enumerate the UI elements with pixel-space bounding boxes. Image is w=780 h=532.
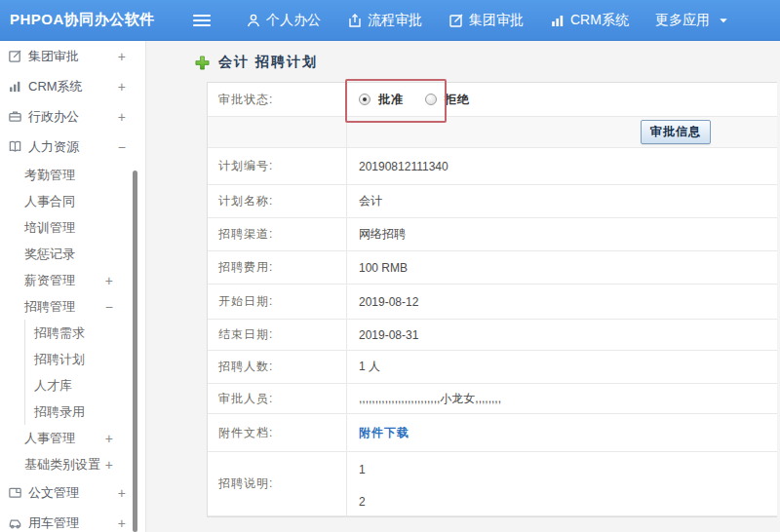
sidebar-item-recruitment-management[interactable]: 招聘管理− (0, 293, 145, 320)
sidebar-item-recruitment-plan[interactable]: 招聘计划 (0, 346, 145, 372)
sidebar-item-label: 奖惩记录 (24, 246, 75, 263)
approval-button-row: 审批信息 (208, 117, 777, 148)
field-row-end-date: 结束日期:2019-08-31 (208, 320, 777, 351)
expand-plus-icon[interactable]: + (105, 274, 113, 287)
sidebar-item-admin-office[interactable]: 行政办公+ (0, 101, 145, 132)
field-row-recruitment-description: 招聘说明:12 (208, 452, 777, 516)
sidebar-item-personnel-contract[interactable]: 人事合同 (0, 188, 145, 214)
approval-status-label: 审批状态: (208, 83, 347, 116)
plan-title: 会计 招聘计划 (218, 54, 318, 71)
recruitment-cost-label: 招聘费用: (208, 251, 347, 284)
approval-info-button[interactable]: 审批信息 (641, 120, 711, 144)
approval-personnel-value: ,,,,,,,,,,,,,,,,,,,,,,,,,小龙女,,,,,,,, (347, 384, 777, 413)
sidebar-item-label: 培训管理 (24, 219, 75, 237)
expand-plus-icon[interactable]: + (105, 458, 113, 472)
nav-item-label: 更多应用 (655, 12, 710, 29)
page-title: 会计 招聘计划 (195, 54, 318, 71)
sidebar-item-training-management[interactable]: 培训管理 (0, 214, 145, 241)
description-line: 1 (359, 462, 366, 477)
sidebar-item-label: 薪资管理 (24, 272, 75, 289)
hamburger-menu-icon[interactable] (193, 15, 211, 26)
expand-plus-icon[interactable]: + (118, 50, 126, 63)
sidebar-item-personnel-management[interactable]: 人事管理+ (0, 425, 145, 451)
field-row-plan-name: 计划名称:会计 (208, 185, 777, 218)
sidebar-item-attendance-management[interactable]: 考勤管理 (0, 162, 145, 188)
plan-number-label: 计划编号: (208, 148, 347, 184)
sidebar-item-human-resources[interactable]: 人力资源− (0, 132, 145, 162)
attachment-document-label: 附件文档: (208, 414, 347, 451)
sidebar-item-talent-pool[interactable]: 人才库 (0, 372, 145, 399)
sidebar-item-document-management[interactable]: 公文管理+ (0, 477, 145, 508)
field-row-start-date: 开始日期:2019-08-12 (208, 285, 777, 320)
field-row-recruitment-headcount: 招聘人数:1 人 (208, 351, 777, 384)
nav-item-personal-office[interactable]: 个人办公 (246, 12, 321, 29)
recruitment-description-label: 招聘说明: (208, 452, 347, 515)
sidebar-item-recruitment-demand[interactable]: 招聘需求 (0, 320, 145, 346)
sidebar-item-salary-management[interactable]: 薪资管理+ (0, 267, 145, 293)
expand-plus-icon[interactable]: + (118, 110, 126, 124)
book-icon (8, 139, 22, 154)
plan-name-value: 会计 (347, 185, 777, 217)
nav-item-crm-system[interactable]: CRM系统 (550, 12, 629, 29)
field-row-approval-personnel: 审批人员:,,,,,,,,,,,,,,,,,,,,,,,,,小龙女,,,,,,,… (208, 384, 777, 414)
expand-plus-icon[interactable]: + (118, 80, 126, 94)
attachment-download-link[interactable]: 附件下载 (359, 425, 410, 441)
sidebar-scrollbar[interactable] (133, 171, 137, 532)
approval-status-radio-group: 批准拒绝 (359, 92, 484, 108)
sidebar: 集团审批+CRM系统+行政办公+人力资源−考勤管理人事合同培训管理奖惩记录薪资管… (0, 41, 146, 532)
sidebar-item-label: 集团审批 (28, 48, 79, 65)
sidebar-item-vehicle-management[interactable]: 用车管理+ (0, 508, 145, 532)
expand-plus-icon[interactable]: + (118, 486, 126, 500)
sidebar-item-label: 招聘需求 (34, 324, 85, 342)
nav-item-group-approval[interactable]: 集团审批 (448, 12, 524, 29)
sidebar-item-label: 基础类别设置 (24, 456, 100, 474)
edit-icon (448, 13, 464, 28)
start-date-value: 2019-08-12 (347, 285, 777, 319)
nav-item-process-approval[interactable]: 流程审批 (347, 12, 422, 29)
attachment-document-value: 附件下载 (347, 414, 777, 451)
radio-approve[interactable] (359, 94, 370, 105)
end-date-label: 结束日期: (208, 320, 347, 350)
nav-item-more-apps[interactable]: 更多应用 (655, 12, 729, 29)
sidebar-item-label: 人事合同 (24, 193, 75, 210)
collapse-minus-icon[interactable]: − (118, 140, 126, 154)
chart-icon (550, 13, 566, 28)
sidebar-item-label: 人力资源 (28, 138, 79, 156)
sidebar-item-label: 公文管理 (28, 484, 79, 502)
top-navigation: 个人办公流程审批集团审批CRM系统更多应用 (246, 12, 756, 29)
chart-icon (8, 79, 22, 94)
main-content: 会计 招聘计划 审批状态: 批准拒绝 审批信息 计划编号:20190812111… (146, 41, 780, 532)
sidebar-item-label: 行政办公 (28, 108, 79, 126)
field-row-plan-number: 计划编号:20190812111340 (208, 148, 777, 185)
nav-item-label: 流程审批 (368, 12, 422, 29)
sidebar-item-label: 招聘计划 (34, 351, 85, 368)
nav-item-label: CRM系统 (570, 12, 629, 29)
sidebar-item-crm-system[interactable]: CRM系统+ (0, 71, 145, 101)
sidebar-item-reward-punish-records[interactable]: 奖惩记录 (0, 241, 145, 267)
radio-reject[interactable] (425, 94, 437, 105)
edit-icon (8, 49, 22, 63)
recruitment-channel-value: 网络招聘 (347, 218, 777, 250)
field-row-recruitment-cost: 招聘费用:100 RMB (208, 251, 777, 285)
recruitment-headcount-value: 1 人 (347, 351, 777, 383)
page: PHPOA协同办公软件 个人办公流程审批集团审批CRM系统更多应用 集团审批+C… (0, 0, 780, 532)
radio-label: 拒绝 (445, 92, 470, 108)
add-plus-icon (195, 56, 210, 70)
sidebar-item-label: 人事管理 (24, 430, 75, 447)
expand-plus-icon[interactable]: + (105, 432, 113, 445)
end-date-value: 2019-08-31 (347, 320, 777, 350)
sidebar-item-basic-category-settings[interactable]: 基础类别设置+ (0, 451, 145, 477)
collapse-minus-icon[interactable]: − (105, 300, 113, 314)
sidebar-item-recruitment-hiring[interactable]: 招聘录用 (0, 399, 145, 425)
sidebar-item-group-approval[interactable]: 集团审批+ (0, 41, 145, 71)
process-icon (347, 13, 363, 28)
expand-plus-icon[interactable]: + (118, 516, 126, 530)
sidebar-item-label: CRM系统 (28, 78, 83, 95)
recruitment-cost-value: 100 RMB (347, 251, 777, 284)
nav-item-label: 集团审批 (469, 12, 524, 29)
approval-personnel-label: 审批人员: (208, 384, 347, 413)
recruitment-headcount-label: 招聘人数: (208, 351, 347, 383)
plan-name-label: 计划名称: (208, 185, 347, 217)
car-icon (8, 515, 22, 530)
detail-form: 审批状态: 批准拒绝 审批信息 计划编号:20190812111340计划名称:… (207, 82, 777, 517)
